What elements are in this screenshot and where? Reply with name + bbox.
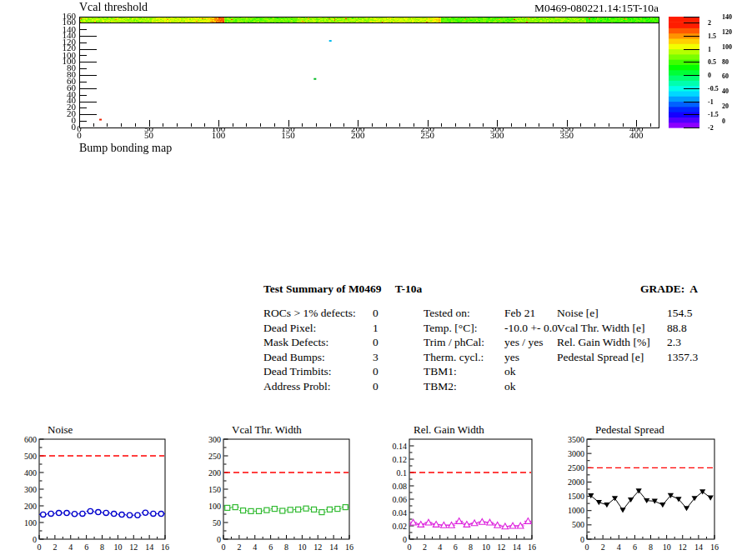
svg-text:6: 6 <box>633 542 637 552</box>
vcal-width-plot-title: Vcal Thr. Width <box>232 423 302 437</box>
svg-text:16: 16 <box>345 542 353 552</box>
svg-text:200: 200 <box>208 468 221 478</box>
summary-row-label: Trim / phCal: <box>424 336 484 348</box>
svg-text:0: 0 <box>38 542 42 552</box>
svg-text:14: 14 <box>145 542 153 552</box>
svg-text:500: 500 <box>572 520 584 529</box>
summary-row-label: TBM2: <box>424 380 457 392</box>
svg-text:10: 10 <box>298 542 306 552</box>
svg-text:4: 4 <box>438 542 442 552</box>
summary-conditions-column: Tested on:Feb 21Temp. [°C]:-10.0 +- 0.0T… <box>424 306 565 394</box>
svg-text:16: 16 <box>161 542 169 552</box>
summary-row-value: 1357.3 <box>667 350 698 365</box>
svg-text:6: 6 <box>268 542 273 552</box>
summary-module-type: T-10a <box>395 282 423 295</box>
summary-row-value: ok <box>504 379 516 394</box>
summary-row-value: ok <box>504 364 516 379</box>
summary-row-label: TBM1: <box>424 365 457 378</box>
summary-row-label: Therm. cycl.: <box>424 351 484 363</box>
svg-text:0.14: 0.14 <box>393 442 408 451</box>
grade-label: GRADE: A <box>640 282 698 296</box>
vcal-map-title: Vcal threshold <box>79 1 148 14</box>
svg-text:100: 100 <box>24 518 37 528</box>
svg-text:100: 100 <box>208 502 221 511</box>
svg-text:2: 2 <box>601 542 605 552</box>
summary-row-value: 0 <box>373 306 379 321</box>
summary-row: Noise [e]154.5 <box>557 306 736 321</box>
module-test-report: Vcal threshold M0469-080221.14:15T-10a B… <box>0 0 747 560</box>
bump-map-title: Bump bonding map <box>79 142 172 155</box>
summary-defects-column: ROCs > 1% defects:0Dead Pixel:1Mask Defe… <box>263 306 422 394</box>
svg-text:14: 14 <box>513 542 521 552</box>
summary-row-label: Vcal Thr. Width [e] <box>557 322 644 334</box>
summary-row-label: Noise [e] <box>557 307 599 319</box>
summary-row: Trim / phCal:yes / yes <box>424 335 565 350</box>
svg-text:0: 0 <box>222 542 226 552</box>
svg-text:1000: 1000 <box>568 506 584 515</box>
summary-row-value: -10.0 +- 0.0 <box>504 321 558 336</box>
summary-row: Tested on:Feb 21 <box>424 306 565 321</box>
summary-title: Test Summary of M0469T-10a <box>263 282 422 296</box>
svg-text:500: 500 <box>24 452 37 461</box>
svg-text:0: 0 <box>403 535 407 544</box>
svg-text:0.04: 0.04 <box>393 508 408 518</box>
summary-row: Dead Bumps:3 <box>263 350 422 365</box>
summary-results-column: Noise [e]154.5Vcal Thr. Width [e]88.8Rel… <box>557 306 736 364</box>
svg-text:6: 6 <box>454 542 458 552</box>
svg-text:4: 4 <box>68 542 73 552</box>
svg-text:2: 2 <box>237 542 241 552</box>
summary-row: Rel. Gain Width [%]2.3 <box>557 335 736 350</box>
svg-text:0.1: 0.1 <box>397 468 408 478</box>
summary-row: TBM1:ok <box>424 364 565 379</box>
summary-row: Vcal Thr. Width [e]88.8 <box>557 321 736 336</box>
svg-text:2500: 2500 <box>568 463 584 472</box>
svg-text:10: 10 <box>113 542 122 552</box>
svg-text:16: 16 <box>528 542 536 552</box>
summary-row-value: 0 <box>373 364 379 379</box>
summary-row-label: Dead Bumps: <box>263 351 325 363</box>
summary-row-label: Pedestal Spread [e] <box>557 351 644 363</box>
pedestal-plot-title: Pedestal Spread <box>595 423 664 437</box>
svg-text:150: 150 <box>208 485 221 494</box>
module-run-label: M0469-080221.14:15T-10a <box>333 2 659 15</box>
svg-text:8: 8 <box>649 542 653 552</box>
summary-row: Temp. [°C]:-10.0 +- 0.0 <box>424 321 565 336</box>
svg-text:12: 12 <box>679 542 687 552</box>
summary-row-label: Tested on: <box>424 307 470 319</box>
svg-text:2000: 2000 <box>568 478 584 487</box>
noise-plot-title: Noise <box>48 423 73 437</box>
svg-text:8: 8 <box>469 542 473 552</box>
svg-text:16: 16 <box>710 542 719 552</box>
summary-row-label: Dead Pixel: <box>263 322 316 334</box>
summary-row: ROCs > 1% defects:0 <box>263 306 422 321</box>
summary-row-label: Address Probl: <box>263 380 331 392</box>
svg-text:3500: 3500 <box>568 435 584 444</box>
svg-text:2: 2 <box>53 542 57 552</box>
svg-text:0.06: 0.06 <box>393 495 408 504</box>
summary-row-value: 1 <box>373 321 379 336</box>
summary-row-value: 0 <box>373 379 379 394</box>
svg-text:0.02: 0.02 <box>393 522 408 531</box>
summary-row: Dead Pixel:1 <box>263 321 422 336</box>
svg-text:200: 200 <box>24 502 37 511</box>
summary-row: Address Probl:0 <box>263 379 422 394</box>
svg-text:12: 12 <box>497 542 505 552</box>
svg-text:0: 0 <box>580 535 584 544</box>
svg-text:300: 300 <box>24 485 37 494</box>
svg-text:250: 250 <box>208 452 221 461</box>
svg-text:600: 600 <box>24 435 37 444</box>
svg-text:0: 0 <box>585 542 589 552</box>
summary-title-text: Test Summary of M0469 <box>263 282 382 295</box>
summary-row-value: yes <box>504 350 519 365</box>
svg-text:14: 14 <box>329 542 338 552</box>
svg-text:12: 12 <box>129 542 138 552</box>
summary-row-label: Mask Defects: <box>263 336 328 348</box>
svg-text:2: 2 <box>423 542 427 552</box>
svg-text:300: 300 <box>208 435 221 444</box>
svg-text:8: 8 <box>100 542 104 552</box>
svg-text:1500: 1500 <box>568 492 584 501</box>
summary-row: Pedestal Spread [e]1357.3 <box>557 350 736 365</box>
svg-text:14: 14 <box>694 542 703 552</box>
summary-row: Therm. cycl.:yes <box>424 350 565 365</box>
svg-text:0: 0 <box>33 535 37 544</box>
